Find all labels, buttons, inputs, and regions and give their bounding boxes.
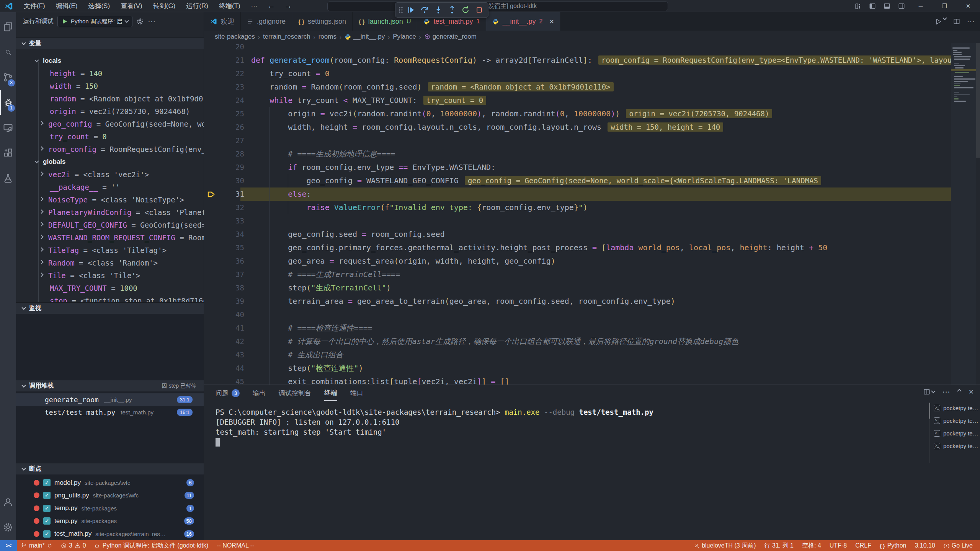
step-out-button[interactable] bbox=[446, 4, 458, 16]
variable-row[interactable]: Tile = <class 'Tile'> bbox=[16, 269, 204, 282]
close-panel-button[interactable]: ✕ bbox=[969, 388, 974, 396]
menu-7[interactable]: ··· bbox=[246, 0, 263, 12]
status-item-main[interactable]: main* bbox=[17, 540, 57, 551]
code-line-40[interactable]: 40 bbox=[204, 308, 980, 321]
breadcrumb-item[interactable]: site-packages bbox=[215, 33, 255, 41]
code-line-22[interactable]: 22 try_count = 0 bbox=[204, 67, 980, 80]
minimize-button[interactable]: ─ bbox=[909, 0, 933, 12]
status-item-Python[interactable]: { }Python bbox=[875, 540, 911, 551]
variable-row[interactable]: height = 140 bbox=[16, 67, 204, 80]
variable-row[interactable]: __package__ = '' bbox=[16, 181, 204, 193]
panel-tab-调试控制台[interactable]: 调试控制台 bbox=[279, 385, 311, 401]
variable-row[interactable]: vec2i = <class 'vec2i'> bbox=[16, 168, 204, 181]
scrollbar-thumb[interactable] bbox=[929, 403, 930, 419]
callstack-section-header[interactable]: 调用堆栈因 step 已暂停 bbox=[16, 380, 204, 391]
status-item-blueloveTH3[interactable]: blueloveTH (3 周前) bbox=[690, 540, 760, 551]
settings-gear-icon[interactable] bbox=[0, 515, 16, 540]
menu-2[interactable]: 选择(S) bbox=[83, 0, 115, 12]
status-item-CRLF[interactable]: CRLF bbox=[851, 540, 875, 551]
variables-section-header[interactable]: 变量 bbox=[16, 37, 204, 49]
code-line-23[interactable]: 23 random = Random(room_config.seed)rand… bbox=[204, 80, 980, 94]
code-line-32[interactable]: 32 raise ValueError(f"Invalid env type: … bbox=[204, 201, 980, 214]
code-line-45[interactable]: 45 exit_combinations:list[tuple[vec2i, v… bbox=[204, 375, 980, 385]
remote-indicator-icon[interactable]: >< bbox=[0, 540, 17, 551]
panel-tab-问题[interactable]: 问题3 bbox=[216, 385, 240, 401]
code-line-44[interactable]: 44 step("检查连通性") bbox=[204, 362, 980, 375]
code-line-25[interactable]: 25 origin = vec2i(random.randint(0, 1000… bbox=[204, 107, 980, 121]
variables-group[interactable]: locals bbox=[16, 54, 204, 67]
breakpoint-checkbox[interactable]: ✓ bbox=[43, 492, 51, 499]
status-item-Pythongodotl[interactable]: Python 调试程序: 启动文件 (godot-ldtk) bbox=[90, 540, 213, 551]
terminal-list-item[interactable]: >_pocketpy te… bbox=[930, 440, 980, 452]
nav-forward-icon[interactable]: → bbox=[280, 2, 297, 10]
variable-row[interactable]: origin = vec2i(7205730, 9024468) bbox=[16, 105, 204, 117]
variable-row[interactable]: stop = <function stop at 0x1bf8d716d bbox=[16, 294, 204, 302]
breakpoint-row[interactable]: ✓test_math.pysite-packages\terrain_res…1… bbox=[16, 528, 204, 540]
breadcrumb-item[interactable]: rooms bbox=[318, 33, 336, 41]
breadcrumb-item[interactable]: generate_room bbox=[424, 33, 477, 41]
remote-explorer-icon[interactable] bbox=[0, 116, 16, 140]
breadcrumb-item[interactable]: terrain_research bbox=[263, 33, 310, 41]
stack-frame[interactable]: test/test_math.pytest_math.py16:1 bbox=[16, 406, 204, 419]
variables-group[interactable]: globals bbox=[16, 155, 204, 168]
code-line-34[interactable]: 34 geo_config.seed = room_config.seed bbox=[204, 228, 980, 241]
code-line-35[interactable]: 35 geo_config.primary_forces.geothermal_… bbox=[204, 241, 980, 254]
breakpoint-checkbox[interactable]: ✓ bbox=[43, 505, 51, 512]
customize-layout-icon[interactable] bbox=[851, 0, 865, 12]
code-line-28[interactable]: 28 # ====生成初始地理信息==== bbox=[204, 147, 980, 161]
terminal-list-item[interactable]: >_pocketpy te… bbox=[930, 402, 980, 414]
panel-tab-输出[interactable]: 输出 bbox=[253, 385, 266, 401]
nav-back-icon[interactable]: ← bbox=[263, 2, 280, 10]
variable-row[interactable]: WASTELAND_ROOM_REQUEST_CONFIG = RoomR… bbox=[16, 231, 204, 244]
code-line-24[interactable]: 24 while try_count < MAX_TRY_COUNT:try_c… bbox=[204, 94, 980, 107]
menu-5[interactable]: 运行(R) bbox=[181, 0, 214, 12]
code-line-33[interactable]: 33 bbox=[204, 214, 980, 228]
status-item-UTF8[interactable]: UTF-8 bbox=[825, 540, 851, 551]
menu-3[interactable]: 查看(V) bbox=[115, 0, 148, 12]
restore-button[interactable]: ❐ bbox=[933, 0, 956, 12]
status-item-3[interactable]: 30 bbox=[57, 540, 90, 551]
variable-row[interactable]: room_config = RoomRequestConfig(env_t… bbox=[16, 143, 204, 155]
drag-grip-icon[interactable] bbox=[399, 7, 403, 13]
step-into-button[interactable] bbox=[433, 4, 444, 16]
extensions-icon[interactable] bbox=[0, 141, 16, 165]
breakpoint-row[interactable]: ✓temp.pysite-packages58 bbox=[16, 515, 204, 527]
run-python-file-button[interactable] bbox=[935, 18, 946, 25]
code-line-27[interactable]: 27 bbox=[204, 134, 980, 147]
testing-icon[interactable] bbox=[0, 166, 16, 191]
code-line-39[interactable]: 39 terrain_area = geo_area_to_terrain(ge… bbox=[204, 295, 980, 308]
terminal-list-item[interactable]: >_pocketpy te… bbox=[930, 414, 980, 427]
tab-[interactable]: 欢迎 bbox=[204, 12, 241, 31]
status-item-4[interactable]: 空格: 4 bbox=[798, 540, 825, 551]
menu-1[interactable]: 编辑(E) bbox=[51, 0, 83, 12]
gear-icon[interactable] bbox=[136, 18, 144, 25]
variable-row[interactable]: width = 150 bbox=[16, 80, 204, 92]
breakpoint-checkbox[interactable]: ✓ bbox=[43, 530, 51, 538]
breakpoint-checkbox[interactable]: ✓ bbox=[43, 479, 51, 486]
toggle-aux-icon[interactable] bbox=[894, 0, 909, 12]
breakpoint-row[interactable]: ✓temp.pysite-packages1 bbox=[16, 502, 204, 515]
split-terminal-button[interactable] bbox=[923, 388, 935, 395]
terminal-list-item[interactable]: >_pocketpy te… bbox=[930, 427, 980, 440]
variable-row[interactable]: Random = <class 'Random'> bbox=[16, 256, 204, 269]
code-line-41[interactable]: 41 # ====检查连通性==== bbox=[204, 321, 980, 335]
status-item-GoLive[interactable]: Go Live bbox=[939, 540, 977, 551]
menu-4[interactable]: 转到(G) bbox=[148, 0, 181, 12]
launch-config-dropdown[interactable]: Python 调试程序: 启 bbox=[57, 16, 132, 27]
more-actions-icon[interactable]: ⋯ bbox=[942, 387, 950, 396]
tab-settings.json[interactable]: { }settings.json bbox=[292, 12, 353, 31]
code-line-26[interactable]: 26 width, height = room_config.layout.n_… bbox=[204, 121, 980, 134]
status-item-31010[interactable]: 3.10.10 bbox=[910, 540, 939, 551]
code-line-42[interactable]: 42 # 计算每一个出口的中心，然后使用astar生成路径，确保每一个出口组合都… bbox=[204, 335, 980, 348]
code-line-31[interactable]: 31 else: bbox=[204, 187, 980, 201]
start-debug-icon[interactable] bbox=[62, 18, 68, 24]
code-line-37[interactable]: 37 # ====生成TerrainCell==== bbox=[204, 268, 980, 281]
step-over-button[interactable] bbox=[419, 4, 431, 16]
code-editor[interactable]: 2021def generate_room(room_config: RoomR… bbox=[204, 43, 980, 385]
stack-frame[interactable]: generate_room__init__.py31:1 bbox=[16, 393, 204, 406]
panel-tab-端口[interactable]: 端口 bbox=[350, 385, 363, 401]
code-line-20[interactable]: 20 bbox=[204, 43, 980, 54]
toggle-panel-icon[interactable] bbox=[880, 0, 894, 12]
restart-button[interactable] bbox=[460, 4, 472, 16]
continue-button[interactable] bbox=[405, 4, 417, 16]
